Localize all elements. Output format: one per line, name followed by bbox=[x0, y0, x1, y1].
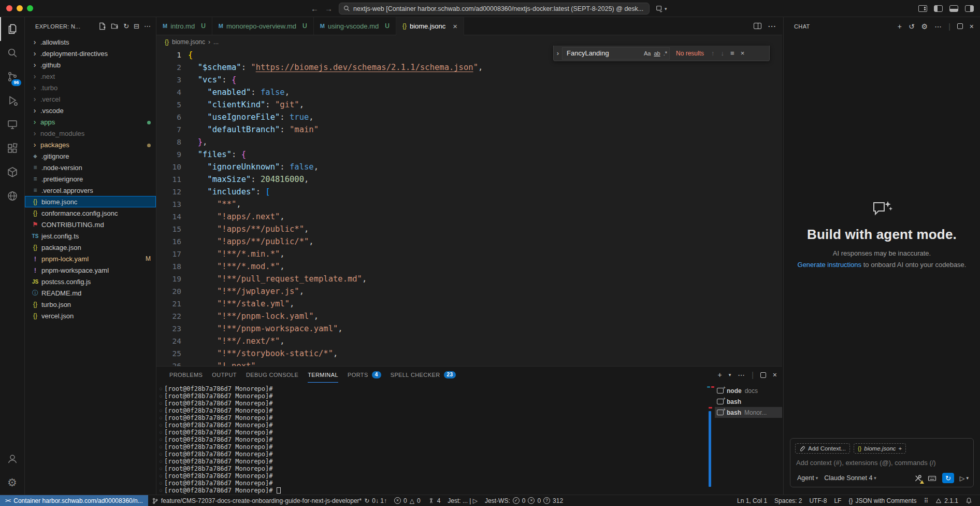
find-in-selection-icon[interactable]: ≡ bbox=[730, 49, 734, 57]
close-tab-icon[interactable]: × bbox=[453, 22, 457, 30]
activity-run-debug[interactable] bbox=[0, 89, 25, 113]
find-previous-icon[interactable]: ↑ bbox=[711, 49, 715, 57]
add-context-chip[interactable]: Add Context... bbox=[795, 443, 850, 454]
navigate-forward-icon[interactable]: → bbox=[325, 4, 333, 13]
panel-tab-debug-console[interactable]: DEBUG CONSOLE bbox=[241, 367, 303, 383]
tab-using-vscode.md[interactable]: Musing-vscode.mdU bbox=[314, 17, 396, 35]
close-chat-icon[interactable]: × bbox=[970, 22, 974, 31]
activity-search[interactable] bbox=[0, 41, 25, 65]
tab-intro.md[interactable]: Mintro.mdU bbox=[156, 17, 212, 35]
maximize-panel-icon[interactable] bbox=[760, 372, 766, 378]
tree-item-pnpm-workspace.yaml[interactable]: !pnpm-workspace.yaml bbox=[25, 264, 156, 276]
editor-more-actions-icon[interactable]: ⋯ bbox=[768, 21, 776, 31]
tree-item-vercel.json[interactable]: {}vercel.json bbox=[25, 310, 156, 321]
biome-status[interactable]: 2.1.1 bbox=[932, 495, 962, 506]
terminal-viewport[interactable]: ○[root@0f28b7a786d7 Monorepo]#○[root@0f2… bbox=[156, 383, 707, 495]
panel-more-actions-icon[interactable]: ⋯ bbox=[738, 371, 745, 379]
feedback-button[interactable]: ⠿ bbox=[920, 495, 932, 506]
activity-explorer[interactable] bbox=[0, 17, 25, 41]
language-mode[interactable]: {} JSON with Comments bbox=[845, 495, 920, 506]
tree-item-.vscode[interactable]: ›.vscode bbox=[25, 105, 156, 116]
refresh-explorer-icon[interactable]: ↻ bbox=[123, 22, 129, 30]
jest-ws-status[interactable]: Jest-WS: ✓ 0 × 0 ? 312 bbox=[481, 495, 567, 506]
close-find-icon[interactable]: × bbox=[741, 49, 745, 57]
tree-item-postcss.config.js[interactable]: JSpostcss.config.js bbox=[25, 276, 156, 287]
match-case-icon[interactable]: Aa bbox=[644, 50, 651, 57]
close-panel-icon[interactable]: × bbox=[773, 371, 777, 379]
breadcrumb-file[interactable]: biome.jsonc bbox=[172, 38, 205, 46]
activity-containers[interactable] bbox=[0, 160, 25, 184]
tree-item-node_modules[interactable]: ›node_modules bbox=[25, 128, 156, 139]
tree-item-biome.jsonc[interactable]: {}biome.jsonc bbox=[25, 196, 156, 207]
tree-item-.vercel[interactable]: ›.vercel bbox=[25, 93, 156, 105]
zoom-window-button[interactable] bbox=[27, 5, 33, 11]
eol-setting[interactable]: LF bbox=[830, 495, 845, 506]
tree-item-.allowlists[interactable]: ›.allowlists bbox=[25, 36, 156, 48]
code-editor[interactable]: 1{2 "$schema": "https://biomejs.dev/sche… bbox=[156, 49, 782, 366]
cursor-position[interactable]: Ln 1, Col 1 bbox=[733, 495, 771, 506]
add-attachment-icon[interactable]: + bbox=[899, 445, 902, 452]
tree-item-apps[interactable]: ›apps bbox=[25, 116, 156, 128]
activity-remote-explorer[interactable] bbox=[0, 113, 25, 136]
terminal-profile-dropdown-icon[interactable]: ▾ bbox=[729, 372, 731, 377]
toggle-secondary-sidebar-button[interactable] bbox=[965, 5, 974, 12]
new-terminal-icon[interactable]: + bbox=[717, 371, 722, 379]
remote-indicator[interactable]: >< Container harbor.schwab.com/ad0000836… bbox=[0, 495, 148, 506]
close-window-button[interactable] bbox=[6, 5, 12, 11]
customize-layout-button[interactable] bbox=[918, 5, 927, 12]
collapse-folders-icon[interactable]: ⊟ bbox=[134, 22, 139, 30]
tree-item-packages[interactable]: ›packages bbox=[25, 139, 156, 150]
activity-extensions[interactable] bbox=[0, 136, 25, 160]
toggle-panel-button[interactable] bbox=[949, 5, 958, 12]
chat-more-actions-icon[interactable]: ⋯ bbox=[934, 22, 942, 31]
split-editor-icon[interactable] bbox=[754, 23, 761, 29]
explorer-more-actions-icon[interactable]: ⋯ bbox=[144, 22, 151, 30]
forwarded-ports-status[interactable]: 4 bbox=[424, 495, 444, 506]
generate-instructions-link[interactable]: Generate instructions bbox=[798, 261, 862, 269]
whole-word-icon[interactable]: ab bbox=[654, 50, 660, 57]
activity-accounts[interactable] bbox=[0, 447, 25, 471]
encoding-setting[interactable]: UTF-8 bbox=[805, 495, 830, 506]
tree-item-.github[interactable]: ›.github bbox=[25, 59, 156, 71]
tree-item-.turbo[interactable]: ›.turbo bbox=[25, 82, 156, 93]
remote-window-control[interactable]: ▾ bbox=[656, 5, 667, 12]
tree-item-CONTRIBUTING.md[interactable]: ⚑CONTRIBUTING.md bbox=[25, 219, 156, 230]
send-button[interactable]: ▷▾ bbox=[960, 474, 969, 482]
panel-tab-problems[interactable]: PROBLEMS bbox=[165, 367, 207, 383]
tree-item-pnpm-lock.yaml[interactable]: !pnpm-lock.yamlM bbox=[25, 253, 156, 264]
maximize-chat-icon[interactable] bbox=[957, 23, 963, 29]
tab-biome.jsonc[interactable]: {}biome.jsonc× bbox=[396, 17, 464, 35]
find-next-icon[interactable]: ↓ bbox=[721, 49, 725, 57]
tab-monorepo-overview.md[interactable]: Mmonorepo-overview.mdU bbox=[212, 17, 314, 35]
terminal-tab-node[interactable]: nodedocs bbox=[715, 385, 782, 396]
model-picker[interactable]: Claude Sonnet 4▾ bbox=[822, 473, 878, 483]
command-center-search[interactable]: nextjs-web [Container harbor.schwab.com/… bbox=[339, 3, 650, 15]
new-chat-icon[interactable]: + bbox=[898, 22, 902, 31]
tree-item-.node-version[interactable]: ≡.node-version bbox=[25, 162, 156, 173]
tree-item-.deployment-directives[interactable]: ›.deployment-directives bbox=[25, 48, 156, 59]
terminal-scrollbar[interactable] bbox=[709, 411, 711, 487]
find-toggle-replace-icon[interactable]: › bbox=[554, 46, 562, 61]
tree-item-conformance.config.jsonc[interactable]: {}conformance.config.jsonc bbox=[25, 207, 156, 219]
toggle-primary-sidebar-button[interactable] bbox=[934, 5, 943, 12]
problems-status[interactable]: × 0 △ 0 bbox=[391, 495, 424, 506]
terminal-tab-bash[interactable]: bashMonor... bbox=[715, 407, 782, 418]
jest-status[interactable]: Jest: ... | ▷ bbox=[444, 495, 481, 506]
voice-request-button[interactable]: ↻ bbox=[942, 473, 954, 483]
regex-icon[interactable]: .* bbox=[664, 50, 667, 57]
chat-input-box[interactable]: Add Context... {} biome.jsonc + Add cont… bbox=[790, 438, 974, 487]
panel-tab-spell-checker[interactable]: SPELL CHECKER23 bbox=[386, 367, 461, 383]
notifications-button[interactable] bbox=[962, 495, 976, 506]
configure-tools-button[interactable] bbox=[914, 474, 922, 482]
tree-item-turbo.json[interactable]: {}turbo.json bbox=[25, 299, 156, 310]
minimize-window-button[interactable] bbox=[17, 5, 23, 11]
activity-web[interactable] bbox=[0, 184, 25, 208]
find-input[interactable]: FancyLanding Aa ab .* bbox=[562, 47, 670, 60]
panel-tab-ports[interactable]: PORTS4 bbox=[343, 367, 386, 383]
attached-file-chip[interactable]: {} biome.jsonc + bbox=[854, 443, 906, 454]
activity-source-control[interactable]: 96 bbox=[0, 65, 25, 89]
breadcrumb-symbol[interactable]: ... bbox=[213, 38, 219, 46]
tree-item-package.json[interactable]: {}package.json bbox=[25, 242, 156, 253]
chat-input-placeholder[interactable]: Add context (#), extensions (@), command… bbox=[795, 458, 969, 469]
tree-item-README.md[interactable]: ⓘREADME.md bbox=[25, 287, 156, 299]
